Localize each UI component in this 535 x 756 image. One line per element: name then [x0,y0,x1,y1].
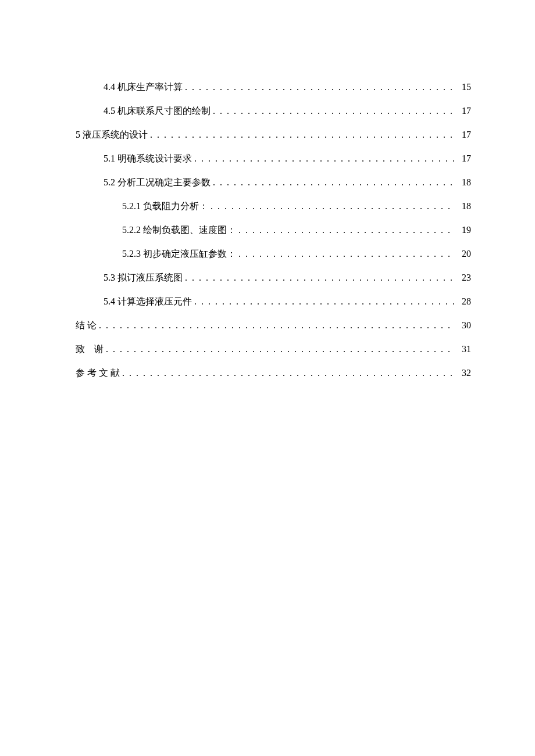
toc-page-number: 30 [457,320,471,331]
toc-page-number: 20 [457,249,471,259]
toc-entry: 致 谢 31 [76,343,471,356]
toc-entry: 5.3 拟订液压系统图 23 [76,272,471,284]
toc-entry: 4.5 机床联系尺寸图的绘制 17 [76,105,471,117]
toc-label: 参 考 文 献 [76,367,120,379]
toc-page-number: 28 [457,296,471,307]
toc-page-number: 17 [457,106,471,116]
toc-label: 4.4 机床生产率计算 [104,81,183,94]
toc-leader-dots [194,154,455,162]
toc-entry: 4.4 机床生产率计算 15 [76,81,471,94]
toc-entry: 结 论 30 [76,320,471,332]
toc-page-number: 31 [457,344,471,354]
toc-leader-dots [99,321,455,328]
toc-leader-dots [194,297,455,304]
toc-label: 结 论 [76,320,97,332]
toc-page-number: 17 [457,130,471,140]
table-of-contents: 4.4 机床生产率计算 15 4.5 机床联系尺寸图的绘制 17 5 液压系统的… [76,81,471,379]
toc-label: 5 液压系统的设计 [76,129,148,141]
toc-label: 5.2 分析工况确定主要参数 [104,177,211,189]
toc-label: 5.2.2 绘制负载图、速度图： [122,224,236,237]
toc-page-number: 18 [457,177,471,188]
page-body: 4.4 机床生产率计算 15 4.5 机床联系尺寸图的绘制 17 5 液压系统的… [0,0,535,379]
toc-entry: 参 考 文 献 32 [76,367,471,379]
toc-leader-dots [185,273,455,281]
toc-label: 5.2.1 负载阻力分析： [122,200,208,213]
toc-entry: 5.2.2 绘制负载图、速度图： 19 [76,224,471,237]
toc-page-number: 32 [457,368,471,378]
toc-label: 5.1 明确系统设计要求 [104,153,192,165]
toc-leader-dots [238,225,455,233]
toc-entry: 5 液压系统的设计 17 [76,129,471,141]
toc-label: 5.2.3 初步确定液压缸参数： [122,248,236,260]
toc-entry: 5.2.1 负载阻力分析： 18 [76,200,471,213]
toc-entry: 5.1 明确系统设计要求 17 [76,153,471,165]
toc-label: 5.3 拟订液压系统图 [104,272,183,284]
toc-page-number: 17 [457,153,471,164]
toc-page-number: 18 [457,201,471,212]
toc-page-number: 19 [457,225,471,235]
toc-leader-dots [185,83,455,90]
toc-leader-dots [238,249,455,257]
toc-leader-dots [211,202,455,209]
toc-entry: 5.4 计算选择液压元件 28 [76,296,471,308]
toc-page-number: 23 [457,273,471,283]
toc-leader-dots [150,130,455,138]
toc-label: 5.4 计算选择液压元件 [104,296,192,308]
toc-leader-dots [106,345,455,352]
toc-label: 致 谢 [76,343,104,356]
toc-leader-dots [213,178,455,185]
toc-entry: 5.2.3 初步确定液压缸参数： 20 [76,248,471,260]
toc-leader-dots [213,106,455,114]
toc-entry: 5.2 分析工况确定主要参数 18 [76,177,471,189]
toc-leader-dots [122,368,455,376]
toc-label: 4.5 机床联系尺寸图的绘制 [104,105,211,117]
toc-page-number: 15 [457,82,471,92]
